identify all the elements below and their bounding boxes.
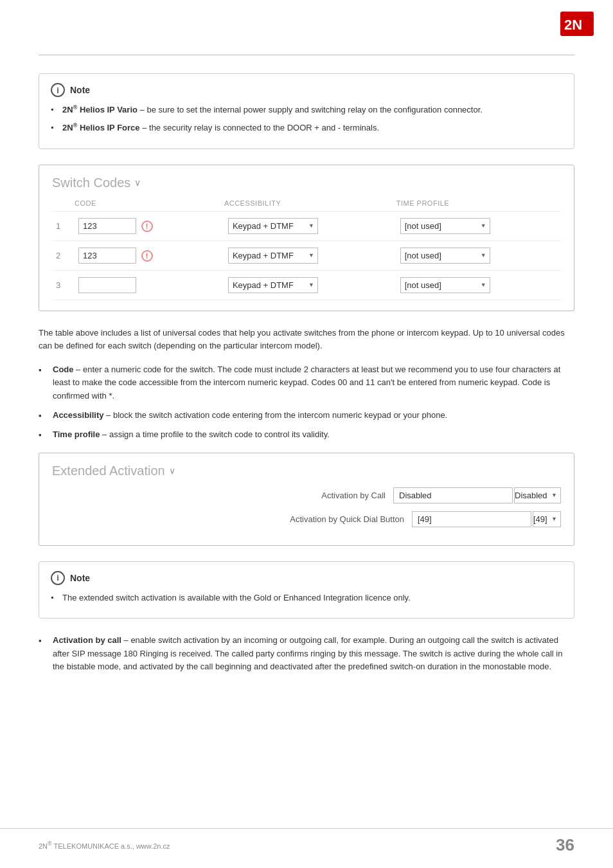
time-profile-cell-1: [not used] <box>396 211 561 240</box>
bullet-item-accessibility: Accessibility – block the switch activat… <box>39 409 574 422</box>
time-profile-select-wrapper-1: [not used] <box>400 218 490 234</box>
note-list-2: The extended switch activation is availa… <box>51 592 562 604</box>
time-profile-select-1[interactable]: [not used] <box>400 218 490 234</box>
note-header-2: i Note <box>51 571 562 585</box>
accessibility-select-2[interactable]: Keypad + DTMF <box>228 248 318 264</box>
table-row: 3 Keypad + DTMF <box>52 270 561 300</box>
col-header-num <box>52 199 75 212</box>
extended-activation-section: Extended Activation ∨ Activation by Call… <box>39 453 574 546</box>
info-icon-2: i <box>51 571 65 585</box>
time-profile-select-3[interactable]: [not used] <box>400 277 490 293</box>
activation-by-call-input[interactable] <box>393 487 513 503</box>
activation-by-quick-dial-label: Activation by Quick Dial Button <box>245 514 412 524</box>
bullet-item-activation-by-call: Activation by call – enable switch activ… <box>39 634 574 673</box>
note-title-2: Note <box>70 573 90 583</box>
note-header-1: i Note <box>51 83 562 97</box>
note-item-1-2: 2N® Helios IP Force – the security relay… <box>51 122 562 134</box>
activation-by-quick-dial-select[interactable]: [49] <box>533 511 561 527</box>
accessibility-cell-1: Keypad + DTMF <box>224 211 396 240</box>
code-cell-2: ! <box>75 240 224 270</box>
logo-area: 2N <box>560 12 594 38</box>
col-header-accessibility: ACCESSIBILITY <box>224 199 396 212</box>
note-title-1: Note <box>70 85 90 95</box>
switch-codes-table: CODE ACCESSIBILITY TIME PROFILE 1 ! <box>52 199 561 300</box>
activation-by-call-control: Disabled <box>393 487 561 503</box>
activation-by-quick-dial-input[interactable] <box>412 511 531 527</box>
code-input-3[interactable] <box>78 277 136 293</box>
note-item-1-1: 2N® Helios IP Vario – be sure to set the… <box>51 104 562 116</box>
activation-by-quick-dial-select-wrapper: [49] <box>533 511 561 527</box>
2n-logo: 2N <box>560 12 594 36</box>
accessibility-select-3[interactable]: Keypad + DTMF <box>228 277 318 293</box>
table-row: 1 ! Keypad + DTMF <box>52 211 561 240</box>
time-profile-cell-3: [not used] <box>396 270 561 300</box>
note-box-1: i Note 2N® Helios IP Vario – be sure to … <box>39 73 574 149</box>
body-text-1: The table above includes a list of unive… <box>39 327 574 354</box>
footer: 2N® TELEKOMUNIKACE a.s., www.2n.cz 36 <box>0 828 613 855</box>
row-num-3: 3 <box>52 270 75 300</box>
bullet-item-code: Code – enter a numeric code for the swit… <box>39 363 574 402</box>
bullet-item-time-profile: Time profile – assign a time profile to … <box>39 428 574 441</box>
activation-by-call-row: Activation by Call Disabled <box>52 487 561 503</box>
extended-activation-title-text: Extended Activation <box>52 464 165 478</box>
code-cell-3 <box>75 270 224 300</box>
code-cell-1: ! <box>75 211 224 240</box>
top-divider <box>39 55 574 55</box>
bullet-list-1: Code – enter a numeric code for the swit… <box>39 363 574 441</box>
activation-by-quick-dial-control: [49] <box>412 511 561 527</box>
activation-by-call-select[interactable]: Disabled <box>514 487 561 503</box>
warning-icon-1: ! <box>141 221 153 232</box>
note-item-2-1: The extended switch activation is availa… <box>51 592 562 604</box>
accessibility-select-wrapper-2: Keypad + DTMF <box>228 248 318 264</box>
switch-codes-section: Switch Codes ∨ CODE ACCESSIBILITY TIME P… <box>39 165 574 311</box>
extended-activation-title: Extended Activation ∨ <box>52 464 561 478</box>
activation-by-call-select-wrapper: Disabled <box>514 487 561 503</box>
accessibility-select-wrapper-3: Keypad + DTMF <box>228 277 318 293</box>
note-box-2: i Note The extended switch activation is… <box>39 561 574 619</box>
info-icon-1: i <box>51 83 65 97</box>
row-num-2: 2 <box>52 240 75 270</box>
switch-codes-chevron[interactable]: ∨ <box>134 177 141 188</box>
accessibility-select-wrapper-1: Keypad + DTMF <box>228 218 318 234</box>
footer-left: 2N® TELEKOMUNIKACE a.s., www.2n.cz <box>39 840 170 850</box>
page: 2N i Note 2N® Helios IP Vario – be sure … <box>0 0 613 868</box>
extended-activation-form: Activation by Call Disabled Activation b… <box>52 487 561 527</box>
time-profile-select-2[interactable]: [not used] <box>400 248 490 264</box>
warning-icon-2: ! <box>141 250 153 262</box>
code-input-1[interactable] <box>78 218 136 234</box>
col-header-time-profile: TIME PROFILE <box>396 199 561 212</box>
activation-by-call-label: Activation by Call <box>226 491 393 500</box>
extended-activation-chevron[interactable]: ∨ <box>169 466 175 476</box>
table-row: 2 ! Keypad + DTMF <box>52 240 561 270</box>
page-number: 36 <box>556 835 574 855</box>
code-input-2[interactable] <box>78 248 136 264</box>
accessibility-select-1[interactable]: Keypad + DTMF <box>228 218 318 234</box>
note-list-1: 2N® Helios IP Vario – be sure to set the… <box>51 104 562 134</box>
switch-codes-title: Switch Codes ∨ <box>52 176 561 190</box>
table-header-row: CODE ACCESSIBILITY TIME PROFILE <box>52 199 561 212</box>
row-num-1: 1 <box>52 211 75 240</box>
accessibility-cell-3: Keypad + DTMF <box>224 270 396 300</box>
time-profile-select-wrapper-3: [not used] <box>400 277 490 293</box>
time-profile-cell-2: [not used] <box>396 240 561 270</box>
time-profile-select-wrapper-2: [not used] <box>400 248 490 264</box>
accessibility-cell-2: Keypad + DTMF <box>224 240 396 270</box>
switch-codes-title-text: Switch Codes <box>52 176 130 190</box>
bullet-list-2: Activation by call – enable switch activ… <box>39 634 574 673</box>
svg-text:2N: 2N <box>564 17 582 33</box>
activation-by-quick-dial-row: Activation by Quick Dial Button [49] <box>52 511 561 527</box>
col-header-code: CODE <box>75 199 224 212</box>
